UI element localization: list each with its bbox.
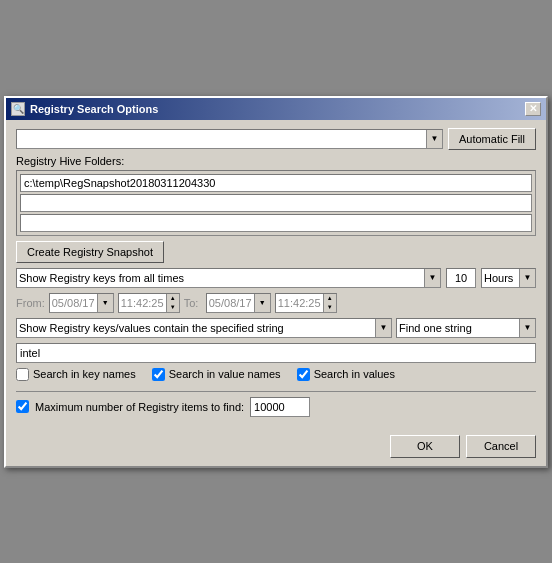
top-row: ▼ Automatic Fill [16,128,536,150]
to-date-wrapper: 05/08/17 ▼ [206,293,271,313]
search-key-names-option: Search in key names [16,368,136,381]
divider [16,391,536,392]
top-dropdown-wrapper: ▼ [16,129,443,149]
max-items-checkbox[interactable] [16,400,29,413]
search-value-names-checkbox[interactable] [152,368,165,381]
time-filter-dropdown[interactable]: Show Registry keys from all times Show R… [16,268,441,288]
max-items-label: Maximum number of Registry items to find… [35,401,244,413]
close-button[interactable]: ✕ [525,102,541,116]
top-dropdown[interactable] [16,129,443,149]
hive-path-1[interactable] [20,174,532,192]
to-time-wrapper: ▲ ▼ [275,293,337,313]
from-label: From: [16,297,45,309]
to-time-up[interactable]: ▲ [324,294,336,303]
from-to-row: From: 05/08/17 ▼ ▲ ▼ To: 05/08/17 ▼ [16,293,536,313]
main-window: 🔍 Registry Search Options ✕ ▼ Automatic … [4,96,548,468]
string-filter-right-wrapper: Find one string Find all strings Regular… [396,318,536,338]
cancel-button[interactable]: Cancel [466,435,536,458]
content-area: ▼ Automatic Fill Registry Hive Folders: … [6,120,546,429]
time-filter-row: Show Registry keys from all times Show R… [16,268,536,288]
window-title: Registry Search Options [30,103,158,115]
time-unit-wrapper: Hours Minutes Days ▼ [481,268,536,288]
search-value-names-label: Search in value names [169,368,281,380]
time-number-input[interactable] [446,268,476,288]
string-filter-left-dropdown[interactable]: Show Registry keys/values contain the sp… [16,318,392,338]
search-string-input[interactable] [16,343,536,363]
search-values-option: Search in values [297,368,395,381]
titlebar: 🔍 Registry Search Options ✕ [6,98,546,120]
search-key-names-label: Search in key names [33,368,136,380]
string-filter-row: Show Registry keys/values contain the sp… [16,318,536,338]
search-key-names-checkbox[interactable] [16,368,29,381]
ok-button[interactable]: OK [390,435,460,458]
create-snapshot-button[interactable]: Create Registry Snapshot [16,241,164,263]
from-time-up[interactable]: ▲ [167,294,179,303]
search-values-checkbox[interactable] [297,368,310,381]
auto-fill-button[interactable]: Automatic Fill [448,128,536,150]
hive-folders-group [16,170,536,236]
string-filter-right-dropdown[interactable]: Find one string Find all strings Regular… [396,318,536,338]
hive-path-3[interactable] [20,214,532,232]
bottom-buttons-row: OK Cancel [6,429,546,466]
to-time-down[interactable]: ▼ [324,303,336,312]
to-label: To: [184,297,202,309]
snapshot-row: Create Registry Snapshot [16,241,536,263]
search-string-row [16,343,536,363]
to-date-select[interactable]: 05/08/17 [206,293,271,313]
string-filter-left-wrapper: Show Registry keys/values contain the sp… [16,318,392,338]
from-time-wrapper: ▲ ▼ [118,293,180,313]
from-time-spin: ▲ ▼ [166,294,179,312]
titlebar-left: 🔍 Registry Search Options [11,102,158,116]
search-value-names-option: Search in value names [152,368,281,381]
search-options-row: Search in key names Search in value name… [16,368,536,385]
max-items-input[interactable] [250,397,310,417]
max-items-row: Maximum number of Registry items to find… [16,397,536,417]
from-date-wrapper: 05/08/17 ▼ [49,293,114,313]
hive-path-2[interactable] [20,194,532,212]
from-date-select[interactable]: 05/08/17 [49,293,114,313]
to-time-spin: ▲ ▼ [323,294,336,312]
hive-folders-label: Registry Hive Folders: [16,155,536,167]
from-time-down[interactable]: ▼ [167,303,179,312]
search-values-label: Search in values [314,368,395,380]
time-filter-dropdown-wrapper: Show Registry keys from all times Show R… [16,268,441,288]
time-unit-dropdown[interactable]: Hours Minutes Days [481,268,536,288]
window-icon: 🔍 [11,102,25,116]
